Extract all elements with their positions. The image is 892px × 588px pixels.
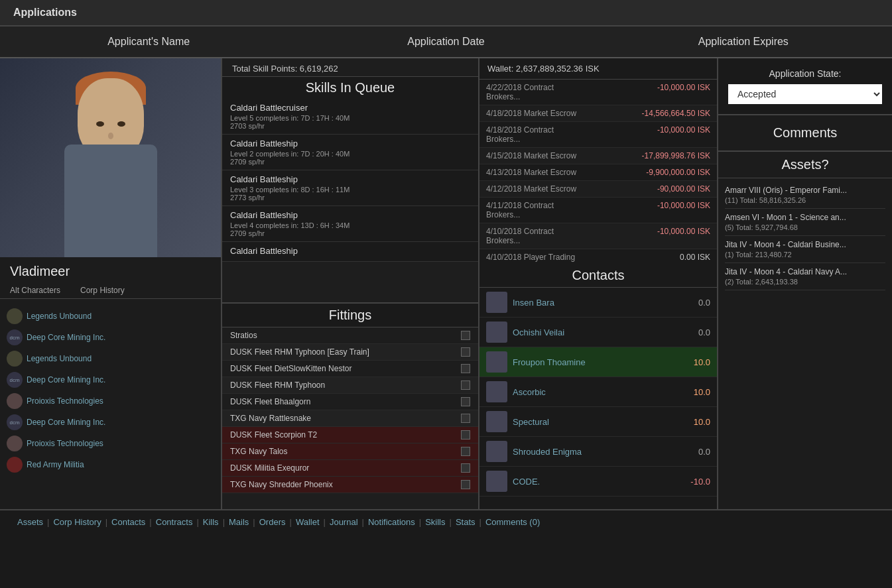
nav-link-mails[interactable]: Mails xyxy=(225,517,253,527)
wallet-row: 4/15/2018 Market Escrow -17,899,998.76 I… xyxy=(479,148,717,164)
fitting-item[interactable]: DUSK Fleet DietSlowKitten Nestor xyxy=(222,361,478,377)
nav-link-contacts[interactable]: Contacts xyxy=(107,517,149,527)
corp-item[interactable]: dcmDeep Core Mining Inc. xyxy=(7,369,214,390)
fitting-name: DUSK Fleet Bhaalgorn xyxy=(230,397,310,406)
contact-row[interactable]: Shrouded Enigma0.0 xyxy=(479,437,717,467)
wallet-date: 4/10/2018 Player Trading xyxy=(486,253,579,262)
fitting-name: DUSK Fleet Scorpion T2 xyxy=(230,430,317,440)
contact-name[interactable]: Shrouded Enigma xyxy=(513,447,693,457)
far-right-panel: Application State: AcceptedRejectedPendi… xyxy=(718,58,892,509)
main-content: Vladimeer Alt Characters Corp History Le… xyxy=(0,58,892,509)
fittings-title: Fittings xyxy=(222,304,478,327)
corp-history-tab[interactable]: Corp History xyxy=(80,286,125,295)
contact-row[interactable]: Froupon Thoamine10.0 xyxy=(479,347,717,377)
skills-list[interactable]: Caldari Battlecruiser Level 5 completes … xyxy=(222,99,478,302)
asset-item: Amarr VIII (Oris) - Emperor Fami... (11)… xyxy=(725,182,885,209)
app-state-select[interactable]: AcceptedRejectedPending xyxy=(728,84,882,104)
wallet-row: 4/18/2018 Contract Brokers... -10,000.00… xyxy=(479,122,717,148)
nav-link-corp-history[interactable]: Corp History xyxy=(49,517,105,527)
wallet-amount: -9,900,000.00 ISK xyxy=(646,168,710,177)
fitting-checkbox[interactable] xyxy=(461,381,470,390)
nav-link-skills[interactable]: Skills xyxy=(421,517,449,527)
nav-link-orders[interactable]: Orders xyxy=(255,517,290,527)
skill-item[interactable]: Caldari Battleship xyxy=(222,242,478,262)
fitting-item[interactable]: DUSK Fleet RHM Typhoon xyxy=(222,377,478,394)
nav-link-assets[interactable]: Assets xyxy=(13,517,47,527)
fitting-checkbox[interactable] xyxy=(461,331,470,340)
nav-link-comments--0-[interactable]: Comments (0) xyxy=(481,517,544,527)
wallet-amount: -10,000.00 ISK xyxy=(657,83,710,101)
corp-item[interactable]: Legends Unbound xyxy=(7,306,214,327)
contact-name[interactable]: Spectural xyxy=(513,417,688,427)
skill-detail: Level 4 completes in: 13D : 6H : 34M xyxy=(230,221,470,229)
fitting-item[interactable]: DUSK Militia Exequror xyxy=(222,460,478,477)
contact-row[interactable]: Spectural10.0 xyxy=(479,407,717,437)
wallet-list[interactable]: 4/22/2018 Contract Brokers... -10,000.00… xyxy=(479,80,717,264)
alt-characters-tab[interactable]: Alt Characters xyxy=(10,286,60,295)
fitting-checkbox[interactable] xyxy=(461,447,470,456)
character-name: Vladimeer xyxy=(0,257,221,282)
bottom-nav: Assets|Corp History|Contacts|Contracts|K… xyxy=(0,509,892,534)
wallet-date: 4/15/2018 Market Escrow xyxy=(486,151,579,160)
contact-name[interactable]: Ascorbic xyxy=(513,387,688,397)
contact-avatar xyxy=(486,292,507,313)
skill-item[interactable]: Caldari Battleship Level 3 completes in:… xyxy=(222,170,478,206)
nav-link-contracts[interactable]: Contracts xyxy=(152,517,197,527)
fitting-checkbox[interactable] xyxy=(461,364,470,373)
avatar xyxy=(44,65,177,257)
corp-item[interactable]: dcmDeep Core Mining Inc. xyxy=(7,412,214,433)
fitting-item[interactable]: DUSK Fleet Bhaalgorn xyxy=(222,394,478,410)
wallet-header: Wallet: 2,637,889,352.36 ISK xyxy=(479,58,717,80)
wallet-row: 4/13/2018 Market Escrow -9,900,000.00 IS… xyxy=(479,164,717,181)
skills-total: Total Skill Points: 6,619,262 xyxy=(222,58,478,77)
nav-link-journal[interactable]: Journal xyxy=(326,517,362,527)
fitting-checkbox[interactable] xyxy=(461,414,470,423)
fittings-panel: Fittings Stratios DUSK Fleet RHM Typhoon… xyxy=(222,304,478,509)
skill-name: Caldari Battleship xyxy=(230,174,470,184)
left-panel: Vladimeer Alt Characters Corp History Le… xyxy=(0,58,222,509)
fitting-item[interactable]: DUSK Fleet RHM Typhoon [Easy Train] xyxy=(222,344,478,361)
nav-link-kills[interactable]: Kills xyxy=(199,517,223,527)
comments-title: Comments xyxy=(725,122,885,144)
fitting-checkbox[interactable] xyxy=(461,430,470,440)
skill-item[interactable]: Caldari Battleship Level 4 completes in:… xyxy=(222,206,478,242)
contact-name[interactable]: Froupon Thoamine xyxy=(513,357,688,367)
contacts-list[interactable]: Insen Bara0.0Ochishi Veilai0.0Froupon Th… xyxy=(479,288,717,509)
skill-item[interactable]: Caldari Battlecruiser Level 5 completes … xyxy=(222,99,478,135)
contact-name[interactable]: Insen Bara xyxy=(513,298,693,308)
corp-item[interactable]: Legends Unbound xyxy=(7,348,214,369)
fitting-checkbox[interactable] xyxy=(461,347,470,357)
fitting-checkbox[interactable] xyxy=(461,480,470,489)
skill-item[interactable]: Caldari Battleship Level 2 completes in:… xyxy=(222,135,478,170)
wallet-amount: -10,000.00 ISK xyxy=(657,227,710,245)
nav-link-wallet[interactable]: Wallet xyxy=(292,517,324,527)
corp-item[interactable]: Red Army Militia xyxy=(7,454,214,475)
corp-item[interactable]: Proioxis Technologies xyxy=(7,433,214,454)
fittings-list[interactable]: Stratios DUSK Fleet RHM Typhoon [Easy Tr… xyxy=(222,327,478,509)
fitting-name: Stratios xyxy=(230,331,257,340)
nav-link-notifications[interactable]: Notifications xyxy=(364,517,419,527)
fitting-item[interactable]: Stratios xyxy=(222,327,478,344)
corp-item[interactable]: dcmDeep Core Mining Inc. xyxy=(7,327,214,348)
contact-name[interactable]: Ochishi Veilai xyxy=(513,327,693,337)
asset-location: Amsen VI - Moon 1 - Science an... xyxy=(725,213,885,222)
assets-title: Assets? xyxy=(718,152,892,178)
corp-item[interactable]: Proioxis Technologies xyxy=(7,390,214,412)
applicants-name-header: Applicant's Name xyxy=(0,36,297,48)
contact-row[interactable]: Insen Bara0.0 xyxy=(479,288,717,318)
fitting-item[interactable]: TXG Navy Talos xyxy=(222,443,478,460)
contact-row[interactable]: CODE.-10.0 xyxy=(479,467,717,497)
contact-row[interactable]: Ochishi Veilai0.0 xyxy=(479,318,717,347)
nav-link-stats[interactable]: Stats xyxy=(452,517,479,527)
wallet-date: 4/13/2018 Market Escrow xyxy=(486,168,579,177)
wallet-date: 4/18/2018 Contract Brokers... xyxy=(486,125,579,144)
fitting-item[interactable]: TXG Navy Shredder Phoenix xyxy=(222,477,478,493)
fitting-checkbox[interactable] xyxy=(461,397,470,406)
fitting-item[interactable]: TXG Navy Rattlesnake xyxy=(222,410,478,427)
contact-name[interactable]: CODE. xyxy=(513,477,685,487)
contact-row[interactable]: Ascorbic10.0 xyxy=(479,377,717,407)
fitting-checkbox[interactable] xyxy=(461,463,470,473)
corp-list: Legends UnbounddcmDeep Core Mining Inc.L… xyxy=(0,302,221,509)
fitting-item[interactable]: DUSK Fleet Scorpion T2 xyxy=(222,427,478,443)
skill-sp: 2709 sp/hr xyxy=(230,229,470,237)
